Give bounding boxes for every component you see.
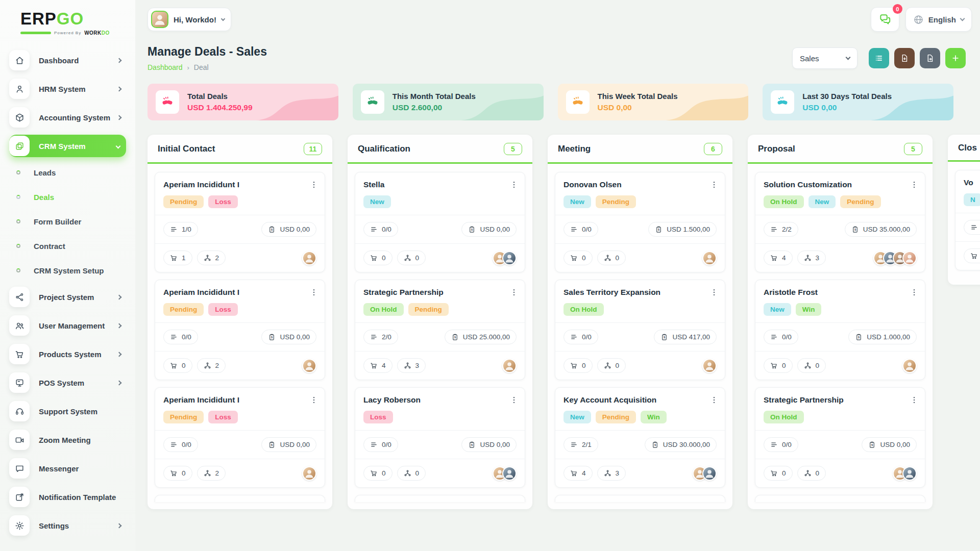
bullet-icon <box>16 170 20 174</box>
kebab-menu-icon[interactable] <box>309 395 318 405</box>
svg-text:$: $ <box>858 336 860 339</box>
tag-loss: Loss <box>208 195 238 208</box>
svg-text:$: $ <box>271 443 273 446</box>
sidebar-item-crm-system[interactable]: CRM System <box>9 135 126 157</box>
deal-card[interactable]: Aperiam Incididunt IPendingLoss0/0$USD 0… <box>155 280 325 380</box>
kebab-menu-icon[interactable] <box>509 288 519 297</box>
list-icon <box>770 333 778 341</box>
sidebar-item-dashboard[interactable]: Dashboard <box>9 49 126 71</box>
stat-label: Total Deals <box>187 92 253 101</box>
sidebar-item-messenger[interactable]: Messenger <box>9 457 126 480</box>
deal-card-partial[interactable] <box>155 495 325 502</box>
language-selector[interactable]: English <box>905 7 972 32</box>
deal-title: Aristotle Frost <box>764 288 818 297</box>
stat-value: USD 2.600,00 <box>393 103 476 112</box>
tag-new: New <box>564 195 591 208</box>
avatar <box>702 359 717 373</box>
list-icon <box>370 226 378 233</box>
tasks-pill: 2/1 <box>564 437 598 452</box>
cart-icon <box>170 254 178 262</box>
kebab-menu-icon[interactable] <box>509 395 519 405</box>
app-logo[interactable]: ERPGO Powered By WORKDO <box>9 7 126 36</box>
users-pill: 0 <box>797 466 826 481</box>
sidebar-item-hrm-system[interactable]: HRM System <box>9 78 126 100</box>
sitemap-icon <box>204 254 211 262</box>
kebab-menu-icon[interactable] <box>910 395 919 405</box>
deal-card-partial[interactable] <box>755 495 925 502</box>
breadcrumb-current: Deal <box>194 63 209 71</box>
messages-button[interactable]: 0 <box>871 7 899 32</box>
users-pill: 0 <box>597 358 626 373</box>
sidebar-item-support-system[interactable]: Support System <box>9 400 126 422</box>
deal-card[interactable]: Strategic PartnershipOn Hold0/0$USD 0,00… <box>755 387 925 488</box>
deal-card[interactable]: Donovan OlsenNewPending0/0$USD 1.500,000… <box>555 172 725 272</box>
sidebar-item-products-system[interactable]: Products System <box>9 343 126 365</box>
deal-card[interactable]: Aristotle FrostNewWin0/0$USD 1.000,0000 <box>755 280 925 380</box>
list-icon <box>570 441 578 448</box>
chevron-right-icon <box>117 58 122 63</box>
kanban-column-clos: ClosVoN$ <box>948 135 980 285</box>
pipeline-select[interactable]: Sales <box>792 47 857 69</box>
sidebar-item-label: Products System <box>39 350 117 359</box>
cart-icon <box>770 469 778 477</box>
sidebar-item-label: User Management <box>39 321 117 330</box>
list-icon <box>170 333 178 341</box>
kebab-menu-icon[interactable] <box>709 180 719 189</box>
kebab-menu-icon[interactable] <box>709 395 719 405</box>
sidebar-item-user-management[interactable]: User Management <box>9 314 126 337</box>
tag-pending: Pending <box>163 195 204 208</box>
sidebar-subitem-label: CRM System Setup <box>34 266 104 275</box>
deal-card[interactable]: Sales Territory ExpansionOn Hold0/0$USD … <box>555 280 725 380</box>
kebab-menu-icon[interactable] <box>709 288 719 297</box>
sidebar-item-zoom-meeting[interactable]: Zoom Meeting <box>9 429 126 451</box>
sidebar-item-pos-system[interactable]: POS System <box>9 371 126 394</box>
import-button[interactable] <box>894 48 915 68</box>
deal-title: Aperiam Incididunt I <box>163 180 239 189</box>
user-menu-button[interactable]: Hi, Workdo! <box>148 8 231 31</box>
list-icon <box>170 441 178 448</box>
sidebar-item-project-system[interactable]: Project System <box>9 286 126 308</box>
crm-icon <box>9 136 30 156</box>
deal-card[interactable]: StellaNew0/0$USD 0,0000 <box>355 172 525 272</box>
kebab-menu-icon[interactable] <box>910 180 919 189</box>
add-deal-button[interactable] <box>945 48 966 68</box>
sidebar-subitem-crm-system-setup[interactable]: CRM System Setup <box>12 261 126 280</box>
sidebar-item-label: Notification Template <box>39 493 126 502</box>
chevron-down-icon <box>960 16 965 21</box>
deal-card-partial[interactable] <box>355 495 525 502</box>
deal-card-partial[interactable] <box>555 495 725 502</box>
headset-icon <box>9 401 30 421</box>
deal-card[interactable]: Key Account AcquisitionNewPendingWin2/1$… <box>555 387 725 488</box>
sidebar-subitem-form-builder[interactable]: Form Builder <box>12 212 126 231</box>
amount-pill: $USD 0,00 <box>461 437 517 452</box>
kebab-menu-icon[interactable] <box>509 180 519 189</box>
amount-pill: $USD 30.000,00 <box>645 437 717 452</box>
sidebar-subitem-leads[interactable]: Leads <box>12 163 126 182</box>
sidebar-item-notification-template[interactable]: Notification Template <box>9 486 126 508</box>
deal-card[interactable]: Strategic PartnershipOn HoldPending2/0$U… <box>355 280 525 380</box>
deal-card[interactable]: Solution CustomizationOn HoldNewPending2… <box>755 172 925 272</box>
deal-card[interactable]: Aperiam Incididunt IPendingLoss1/0$USD 0… <box>155 172 325 272</box>
sidebar-subitem-deals[interactable]: Deals <box>12 188 126 206</box>
chevron-right-icon <box>117 352 122 357</box>
breadcrumb-dashboard-link[interactable]: Dashboard <box>148 63 183 71</box>
deal-card[interactable]: Lacy RobersonLoss0/0$USD 0,0000 <box>355 387 525 488</box>
deal-card[interactable]: VoN$ <box>955 170 980 270</box>
deal-card[interactable]: Aperiam Incididunt IPendingLoss0/0$USD 0… <box>155 387 325 488</box>
sidebar-item-label: Zoom Meeting <box>39 436 126 444</box>
sidebar-item-settings[interactable]: Settings <box>9 514 126 537</box>
sitemap-icon <box>804 254 812 262</box>
sitemap-icon <box>404 469 411 477</box>
kebab-menu-icon[interactable] <box>309 180 318 189</box>
export-button[interactable] <box>920 48 940 68</box>
sidebar-item-accounting-system[interactable]: Accounting System <box>9 106 126 129</box>
cart-icon <box>570 362 578 369</box>
kebab-menu-icon[interactable] <box>309 288 318 297</box>
bullet-icon <box>16 219 20 223</box>
sidebar-subitem-contract[interactable]: Contract <box>12 237 126 255</box>
kebab-menu-icon[interactable] <box>910 288 919 297</box>
list-view-button[interactable] <box>869 48 889 68</box>
sidebar-item-label: Project System <box>39 293 117 302</box>
home-icon <box>9 50 30 70</box>
products-pill: 1 <box>163 251 192 265</box>
